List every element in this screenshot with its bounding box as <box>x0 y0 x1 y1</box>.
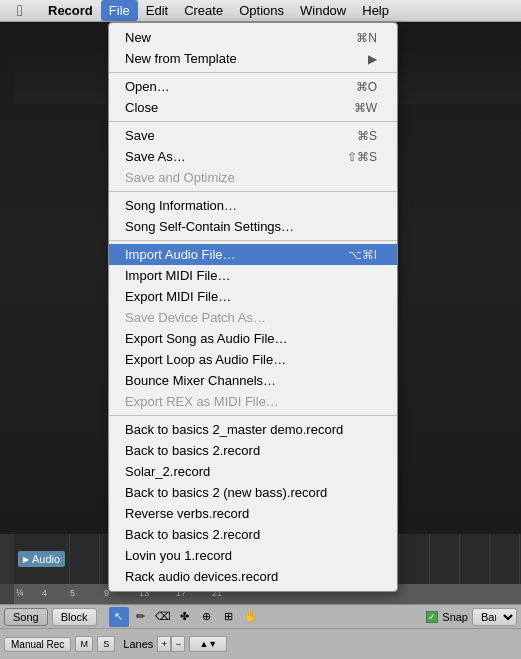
menu-bar:  Record File Edit Create Options Window… <box>0 0 521 22</box>
menu-item-export-midi-label: Export MIDI File… <box>125 289 231 304</box>
track-selector[interactable]: ▲▼ <box>189 636 227 652</box>
toolbar-row-1: Song Block ↖ ✏ ⌫ ✤ ⊕ ⊞ ✋ ✓ Snap <box>0 605 521 629</box>
menu-item-close[interactable]: Close ⌘W <box>109 97 397 118</box>
menu-item-export-song-label: Export Song as Audio File… <box>125 331 288 346</box>
menu-item-save-optimize: Save and Optimize <box>109 167 397 188</box>
menu-file[interactable]: File <box>101 0 138 21</box>
menu-item-open[interactable]: Open… ⌘O <box>109 76 397 97</box>
menu-item-save-optimize-label: Save and Optimize <box>125 170 235 185</box>
menu-create[interactable]: Create <box>176 0 231 21</box>
m-button[interactable]: M <box>75 636 93 652</box>
menu-item-export-loop-label: Export Loop as Audio File… <box>125 352 286 367</box>
zoom-tool-icon[interactable]: ⊞ <box>219 607 239 627</box>
menu-window[interactable]: Window <box>292 0 354 21</box>
snap-area: ✓ Snap Bar Beat 1/2 1/4 <box>426 608 517 626</box>
menu-item-recent-8[interactable]: Rack audio devices.record <box>109 566 397 587</box>
recent-3-label: Solar_2.record <box>125 464 210 479</box>
menu-item-export-midi[interactable]: Export MIDI File… <box>109 286 397 307</box>
lanes-add-button[interactable]: + <box>157 636 171 652</box>
menu-item-save-patch-label: Save Device Patch As… <box>125 310 266 325</box>
menu-item-export-rex-label: Export REX as MIDI File… <box>125 394 279 409</box>
menu-item-new-from-template[interactable]: New from Template ▶ <box>109 48 397 69</box>
mute-tool-icon[interactable]: ✋ <box>241 607 261 627</box>
menu-item-save-as-shortcut: ⇧⌘S <box>347 150 377 164</box>
menu-item-song-info[interactable]: Song Information… <box>109 195 397 216</box>
menu-item-recent-6[interactable]: Back to basics 2.record <box>109 524 397 545</box>
menu-help[interactable]: Help <box>354 0 397 21</box>
lanes-add-remove: + − <box>157 636 185 652</box>
ruler-mark-5: 5 <box>70 588 75 598</box>
menu-item-new-label: New <box>125 30 151 45</box>
tool-icons: ↖ ✏ ⌫ ✤ ⊕ ⊞ ✋ <box>109 607 261 627</box>
pencil-tool-icon[interactable]: ✏ <box>131 607 151 627</box>
track-play-icon: ▶ <box>23 555 29 564</box>
eraser-tool-icon[interactable]: ⌫ <box>153 607 173 627</box>
menu-item-bounce-mixer[interactable]: Bounce Mixer Channels… <box>109 370 397 391</box>
song-button[interactable]: Song <box>4 608 48 626</box>
menu-item-recent-4[interactable]: Back to basics 2 (new bass).record <box>109 482 397 503</box>
manual-rec-button[interactable]: Manual Rec <box>4 637 71 652</box>
menu-item-new-shortcut: ⌘N <box>356 31 377 45</box>
ruler-mark-quarter: ¼ <box>16 588 24 598</box>
block-button[interactable]: Block <box>52 608 97 626</box>
separator-4 <box>109 240 397 241</box>
audio-track-label[interactable]: ▶ Audio <box>18 551 65 567</box>
menu-item-recent-2[interactable]: Back to basics 2.record <box>109 440 397 461</box>
menu-record[interactable]: Record <box>40 0 101 21</box>
separator-2 <box>109 121 397 122</box>
apple-menu[interactable]:  <box>0 2 40 20</box>
menu-item-save-label: Save <box>125 128 155 143</box>
menu-item-song-info-label: Song Information… <box>125 198 237 213</box>
menu-item-save-device-patch: Save Device Patch As… <box>109 307 397 328</box>
menu-item-open-shortcut: ⌘O <box>356 80 377 94</box>
menu-options[interactable]: Options <box>231 0 292 21</box>
menu-item-selfcontain-label: Song Self-Contain Settings… <box>125 219 294 234</box>
recent-2-label: Back to basics 2.record <box>125 443 260 458</box>
menu-item-export-loop-audio[interactable]: Export Loop as Audio File… <box>109 349 397 370</box>
ruler-mark-4: 4 <box>42 588 47 598</box>
ruler-side <box>0 584 14 604</box>
menu-edit[interactable]: Edit <box>138 0 176 21</box>
menu-item-save-as-label: Save As… <box>125 149 186 164</box>
file-dropdown-menu: New ⌘N New from Template ▶ Open… ⌘O Clos… <box>108 22 398 592</box>
menu-item-close-label: Close <box>125 100 158 115</box>
new-template-arrow: ▶ <box>368 52 377 66</box>
snap-select[interactable]: Bar Beat 1/2 1/4 <box>472 608 517 626</box>
snap-label: Snap <box>442 611 468 623</box>
track-name: Audio <box>32 553 60 565</box>
recent-6-label: Back to basics 2.record <box>125 527 260 542</box>
toolbar-row-2: Manual Rec M S Lanes + − ▲▼ <box>0 629 521 659</box>
lanes-remove-button[interactable]: − <box>171 636 185 652</box>
menu-item-import-audio[interactable]: Import Audio File… ⌥⌘I <box>109 244 397 265</box>
magnifier-tool-icon[interactable]: ⊕ <box>197 607 217 627</box>
bottom-toolbar: Song Block ↖ ✏ ⌫ ✤ ⊕ ⊞ ✋ ✓ Snap <box>0 604 521 659</box>
menu-item-export-rex: Export REX as MIDI File… <box>109 391 397 412</box>
separator-5 <box>109 415 397 416</box>
s-button[interactable]: S <box>97 636 115 652</box>
menu-item-recent-3[interactable]: Solar_2.record <box>109 461 397 482</box>
snap-checkbox[interactable]: ✓ <box>426 611 438 623</box>
recent-7-label: Lovin you 1.record <box>125 548 232 563</box>
menu-item-bounce-label: Bounce Mixer Channels… <box>125 373 276 388</box>
menu-item-new[interactable]: New ⌘N <box>109 27 397 48</box>
menu-item-save-shortcut: ⌘S <box>357 129 377 143</box>
recent-8-label: Rack audio devices.record <box>125 569 278 584</box>
menu-item-recent-5[interactable]: Reverse verbs.record <box>109 503 397 524</box>
pointer-tool-icon[interactable]: ↖ <box>109 607 129 627</box>
menu-item-recent-7[interactable]: Lovin you 1.record <box>109 545 397 566</box>
crosshair-tool-icon[interactable]: ✤ <box>175 607 195 627</box>
menu-item-save[interactable]: Save ⌘S <box>109 125 397 146</box>
recent-4-label: Back to basics 2 (new bass).record <box>125 485 327 500</box>
lanes-label: Lanes <box>123 638 153 650</box>
menu-item-save-as[interactable]: Save As… ⇧⌘S <box>109 146 397 167</box>
menu-item-import-midi[interactable]: Import MIDI File… <box>109 265 397 286</box>
separator-1 <box>109 72 397 73</box>
recent-1-label: Back to basics 2_master demo.record <box>125 422 343 437</box>
menu-item-new-template-label: New from Template <box>125 51 237 66</box>
menu-item-import-midi-label: Import MIDI File… <box>125 268 230 283</box>
menu-item-song-selfcontain[interactable]: Song Self-Contain Settings… <box>109 216 397 237</box>
separator-3 <box>109 191 397 192</box>
menu-item-recent-1[interactable]: Back to basics 2_master demo.record <box>109 419 397 440</box>
menu-item-export-song-audio[interactable]: Export Song as Audio File… <box>109 328 397 349</box>
menu-item-import-audio-shortcut: ⌥⌘I <box>348 248 377 262</box>
